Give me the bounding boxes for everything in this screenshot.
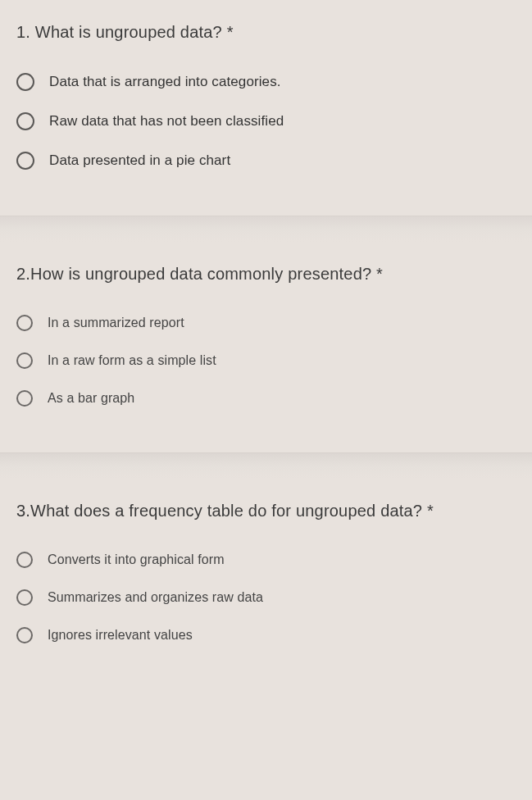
option-label: In a raw form as a simple list <box>48 353 216 368</box>
radio-icon <box>16 627 33 643</box>
divider <box>0 216 532 242</box>
option-label: Raw data that has not been classified <box>49 113 284 130</box>
question-title-3: 3.What does a frequency table do for ung… <box>16 502 516 520</box>
radio-option[interactable]: In a raw form as a simple list <box>16 352 516 369</box>
radio-icon <box>16 152 34 170</box>
option-label: Data presented in a pie chart <box>49 152 230 169</box>
radio-option[interactable]: Converts it into graphical form <box>16 552 516 568</box>
question-block-2: 2.How is ungrouped data commonly present… <box>0 242 532 452</box>
option-label: As a bar graph <box>48 391 134 406</box>
radio-icon <box>16 352 33 369</box>
radio-option[interactable]: Ignores irrelevant values <box>16 627 516 643</box>
option-label: Converts it into graphical form <box>48 552 225 567</box>
radio-icon <box>16 390 33 407</box>
option-label: In a summarized report <box>48 316 184 330</box>
radio-icon <box>16 552 33 568</box>
option-label: Data that is arranged into categories. <box>49 74 281 90</box>
radio-option[interactable]: Data that is arranged into categories. <box>16 73 516 91</box>
option-label: Ignores irrelevant values <box>48 628 193 643</box>
option-label: Summarizes and organizes raw data <box>48 590 263 605</box>
divider <box>0 452 532 479</box>
radio-option[interactable]: In a summarized report <box>16 315 516 331</box>
radio-icon <box>16 112 34 130</box>
question-block-3: 3.What does a frequency table do for ung… <box>0 479 532 689</box>
radio-option[interactable]: As a bar graph <box>16 390 516 407</box>
question-title-1: 1. What is ungrouped data? * <box>16 23 516 42</box>
radio-option[interactable]: Raw data that has not been classified <box>16 112 516 130</box>
question-title-2: 2.How is ungrouped data commonly present… <box>16 265 516 284</box>
radio-option[interactable]: Summarizes and organizes raw data <box>16 589 516 606</box>
radio-icon <box>16 315 33 331</box>
radio-option[interactable]: Data presented in a pie chart <box>16 152 516 170</box>
radio-icon <box>16 589 33 606</box>
radio-icon <box>16 73 34 91</box>
question-block-1: 1. What is ungrouped data? * Data that i… <box>0 0 532 216</box>
